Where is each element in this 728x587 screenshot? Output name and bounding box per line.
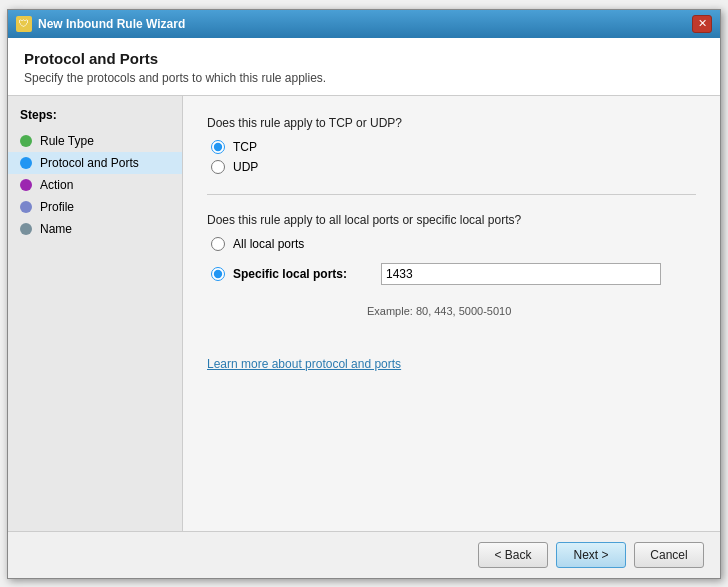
specific-ports-label: Specific local ports:: [233, 267, 373, 281]
back-button[interactable]: < Back: [478, 542, 548, 568]
step-dot-action: [20, 179, 32, 191]
sidebar-item-protocol-ports[interactable]: Protocol and Ports: [8, 152, 182, 174]
tcp-radio[interactable]: [211, 140, 225, 154]
close-button[interactable]: ✕: [692, 15, 712, 33]
cancel-button[interactable]: Cancel: [634, 542, 704, 568]
divider: [207, 194, 696, 195]
specific-ports-row: Specific local ports:: [211, 263, 696, 285]
sidebar-label-profile: Profile: [40, 200, 74, 214]
sidebar-label-rule-type: Rule Type: [40, 134, 94, 148]
protocol-radio-group: TCP UDP: [207, 140, 696, 174]
port-example: Example: 80, 443, 5000-5010: [367, 305, 696, 317]
sidebar-item-rule-type[interactable]: Rule Type: [8, 130, 182, 152]
ports-radio-group: All local ports Specific local ports:: [207, 237, 696, 285]
title-bar-left: 🛡 New Inbound Rule Wizard: [16, 16, 185, 32]
all-ports-radio-row[interactable]: All local ports: [211, 237, 696, 251]
page-subtitle: Specify the protocols and ports to which…: [24, 71, 704, 85]
specific-ports-radio-row[interactable]: Specific local ports:: [211, 267, 373, 281]
tcp-radio-row[interactable]: TCP: [211, 140, 696, 154]
all-ports-radio[interactable]: [211, 237, 225, 251]
footer: < Back Next > Cancel: [8, 531, 720, 578]
window-icon: 🛡: [16, 16, 32, 32]
specific-ports-radio[interactable]: [211, 267, 225, 281]
question1-label: Does this rule apply to TCP or UDP?: [207, 116, 696, 130]
port-input[interactable]: [381, 263, 661, 285]
header-section: Protocol and Ports Specify the protocols…: [8, 38, 720, 96]
step-dot-protocol-ports: [20, 157, 32, 169]
sidebar-label-protocol-ports: Protocol and Ports: [40, 156, 139, 170]
sidebar: Steps: Rule Type Protocol and Ports Acti…: [8, 96, 183, 531]
sidebar-label-name: Name: [40, 222, 72, 236]
steps-label: Steps:: [8, 108, 182, 130]
tcp-label: TCP: [233, 140, 257, 154]
udp-label: UDP: [233, 160, 258, 174]
window-body: Protocol and Ports Specify the protocols…: [8, 38, 720, 578]
udp-radio[interactable]: [211, 160, 225, 174]
next-button[interactable]: Next >: [556, 542, 626, 568]
wizard-window: 🛡 New Inbound Rule Wizard ✕ Protocol and…: [7, 9, 721, 579]
step-dot-name: [20, 223, 32, 235]
step-dot-rule-type: [20, 135, 32, 147]
sidebar-item-name[interactable]: Name: [8, 218, 182, 240]
content-area: Steps: Rule Type Protocol and Ports Acti…: [8, 96, 720, 531]
sidebar-label-action: Action: [40, 178, 73, 192]
learn-more-link[interactable]: Learn more about protocol and ports: [207, 357, 401, 371]
window-title: New Inbound Rule Wizard: [38, 17, 185, 31]
question2-label: Does this rule apply to all local ports …: [207, 213, 696, 227]
sidebar-item-profile[interactable]: Profile: [8, 196, 182, 218]
all-ports-label: All local ports: [233, 237, 304, 251]
title-bar: 🛡 New Inbound Rule Wizard ✕: [8, 10, 720, 38]
step-dot-profile: [20, 201, 32, 213]
page-title: Protocol and Ports: [24, 50, 704, 67]
sidebar-item-action[interactable]: Action: [8, 174, 182, 196]
udp-radio-row[interactable]: UDP: [211, 160, 696, 174]
main-panel: Does this rule apply to TCP or UDP? TCP …: [183, 96, 720, 531]
